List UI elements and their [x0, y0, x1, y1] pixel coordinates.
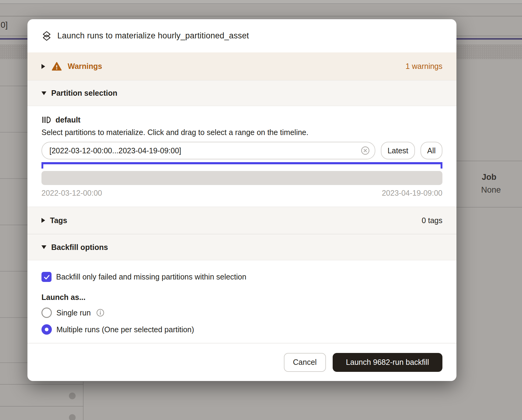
background-divider	[0, 16, 522, 16]
info-icon[interactable]	[96, 308, 105, 317]
background-status-dot	[69, 393, 76, 399]
clear-input-icon[interactable]	[361, 146, 370, 155]
single-run-radio[interactable]	[41, 308, 52, 318]
tags-count: 0 tags	[422, 216, 442, 225]
tags-section-toggle[interactable]: Tags 0 tags	[27, 207, 456, 234]
partition-health-timeline[interactable]	[41, 171, 442, 185]
backfill-options-toggle[interactable]: Backfill options	[27, 234, 456, 260]
background-partial-text: 0]	[1, 20, 8, 30]
partition-selection-body: default Select partitions to materialize…	[27, 106, 456, 207]
background-row-divider	[0, 178, 27, 179]
backfill-options-body: Backfill only failed and missing partiti…	[27, 260, 456, 343]
launch-as-label: Launch as...	[41, 293, 442, 302]
backfill-options-header: Backfill options	[51, 243, 108, 252]
chevron-down-icon	[41, 91, 46, 95]
background-top-strip	[0, 0, 522, 4]
chevron-right-icon	[41, 64, 45, 69]
background-row-divider	[0, 317, 27, 318]
warnings-label: Warnings	[68, 62, 102, 71]
partition-selection-toggle[interactable]: Partition selection	[27, 80, 456, 106]
dialog-footer: Cancel Launch 9682-run backfill	[27, 343, 456, 381]
partition-range-selection-bar[interactable]	[41, 162, 442, 164]
background-job-column-header: Job	[482, 173, 496, 182]
background-column-divider	[83, 382, 84, 420]
warnings-section-toggle[interactable]: Warnings 1 warnings	[27, 52, 456, 80]
partition-dimension-name: default	[55, 116, 80, 124]
partition-set-icon	[41, 115, 51, 124]
partition-selection-description: Select partitions to materialize. Click …	[41, 128, 442, 137]
background-status-dot	[69, 414, 76, 420]
background-row-divider	[0, 406, 83, 407]
checkmark-icon	[43, 273, 51, 281]
background-row-divider	[456, 207, 522, 208]
dialog-title: Launch runs to materialize hourly_partit…	[57, 31, 249, 41]
backfill-only-failed-label: Backfill only failed and missing partiti…	[56, 272, 246, 281]
latest-button[interactable]: Latest	[381, 142, 415, 159]
all-button[interactable]: All	[420, 142, 442, 159]
materialize-icon	[41, 31, 52, 41]
warnings-count: 1 warnings	[406, 62, 442, 71]
range-start-label: 2022-03-12-00:00	[41, 189, 102, 198]
background-job-column-value: None	[481, 185, 501, 195]
background-row-divider	[0, 362, 27, 363]
chevron-down-icon	[41, 245, 46, 249]
background-row-divider	[0, 384, 83, 385]
background-row-divider	[456, 161, 522, 161]
range-end-label: 2023-04-19-09:00	[382, 189, 442, 198]
multiple-runs-label: Multiple runs (One per selected partitio…	[56, 325, 194, 334]
launch-backfill-dialog: Launch runs to materialize hourly_partit…	[27, 19, 456, 381]
warning-triangle-icon	[52, 62, 62, 71]
tags-label: Tags	[50, 216, 67, 225]
dialog-header: Launch runs to materialize hourly_partit…	[27, 19, 456, 52]
background-row-divider	[0, 225, 27, 225]
background-row-divider	[0, 86, 27, 86]
partition-selection-header: Partition selection	[51, 89, 117, 98]
launch-backfill-button[interactable]: Launch 9682-run backfill	[333, 353, 442, 372]
cancel-button[interactable]: Cancel	[284, 353, 326, 372]
single-run-label: Single run	[56, 308, 91, 317]
background-row-divider	[0, 271, 27, 272]
partition-range-input[interactable]	[41, 142, 375, 159]
chevron-right-icon	[41, 218, 45, 223]
backfill-only-failed-checkbox[interactable]	[41, 272, 52, 282]
multiple-runs-radio[interactable]	[41, 324, 52, 335]
background-row-divider	[0, 132, 27, 133]
